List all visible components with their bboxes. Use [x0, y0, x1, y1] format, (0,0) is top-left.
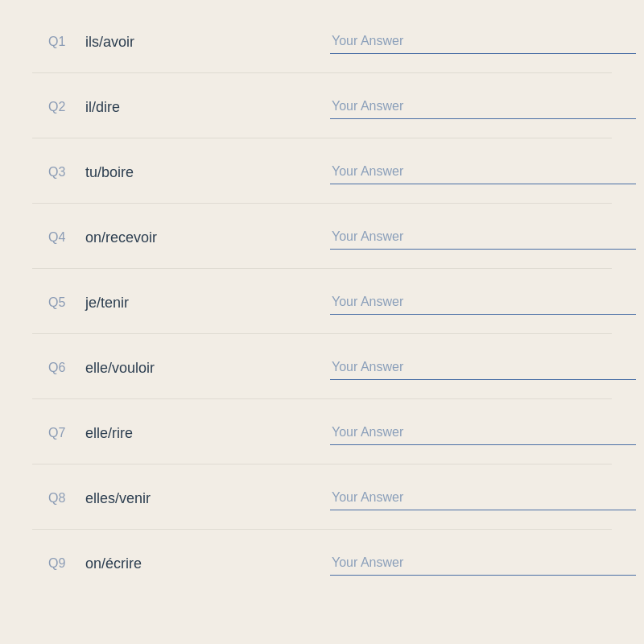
question-number: Q4: [48, 230, 71, 245]
question-left: Q1 ils/avoir: [0, 34, 322, 51]
question-row: Q8 elles/venir: [0, 464, 644, 529]
question-number: Q7: [48, 426, 71, 440]
question-row: Q1 ils/avoir: [0, 8, 644, 72]
page-container: Q1 ils/avoir Q2 il/dire Q3 tu/boire: [0, 0, 644, 644]
question-number: Q2: [48, 100, 71, 114]
question-left: Q6 elle/vouloir: [0, 360, 322, 377]
question-row: Q3 tu/boire: [0, 138, 644, 203]
question-row: Q4 on/recevoir: [0, 204, 644, 268]
question-right: [322, 422, 644, 445]
question-row: Q5 je/tenir: [0, 269, 644, 333]
question-right: [322, 357, 644, 380]
question-number: Q9: [48, 556, 71, 571]
question-right: [322, 31, 644, 54]
question-row: Q6 elle/vouloir: [0, 334, 644, 398]
answer-input-q4[interactable]: [330, 226, 636, 250]
answer-input-q6[interactable]: [330, 357, 636, 380]
answer-input-q1[interactable]: [330, 31, 636, 54]
answer-input-q7[interactable]: [330, 422, 636, 445]
question-text: elle/rire: [85, 425, 133, 442]
question-left: Q7 elle/rire: [0, 425, 322, 442]
question-left: Q5 je/tenir: [0, 295, 322, 312]
question-text: elles/venir: [85, 490, 151, 507]
answer-input-q5[interactable]: [330, 291, 636, 315]
question-row: Q9 on/écrire: [0, 530, 644, 594]
question-left: Q8 elles/venir: [0, 490, 322, 507]
question-text: ils/avoir: [85, 34, 134, 51]
answer-input-q8[interactable]: [330, 487, 636, 510]
question-text: on/recevoir: [85, 229, 157, 246]
question-left: Q2 il/dire: [0, 99, 322, 116]
question-left: Q3 tu/boire: [0, 164, 322, 181]
question-left: Q9 on/écrire: [0, 555, 322, 572]
question-text: il/dire: [85, 99, 120, 116]
question-left: Q4 on/recevoir: [0, 229, 322, 246]
question-number: Q3: [48, 165, 71, 180]
answer-input-q9[interactable]: [330, 552, 636, 576]
question-number: Q5: [48, 295, 71, 310]
question-number: Q8: [48, 491, 71, 506]
question-right: [322, 291, 644, 315]
question-text: elle/vouloir: [85, 360, 155, 377]
question-text: tu/boire: [85, 164, 134, 181]
question-text: je/tenir: [85, 295, 129, 312]
question-number: Q1: [48, 35, 71, 49]
question-text: on/écrire: [85, 555, 142, 572]
question-number: Q6: [48, 361, 71, 375]
question-right: [322, 161, 644, 184]
question-right: [322, 226, 644, 250]
question-right: [322, 552, 644, 576]
question-right: [322, 96, 644, 119]
question-right: [322, 487, 644, 510]
answer-input-q2[interactable]: [330, 96, 636, 119]
answer-input-q3[interactable]: [330, 161, 636, 184]
question-row: Q7 elle/rire: [0, 399, 644, 464]
question-row: Q2 il/dire: [0, 73, 644, 138]
